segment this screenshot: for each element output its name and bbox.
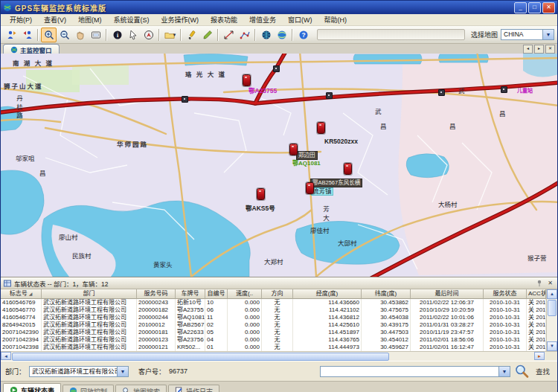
chevron-down-icon[interactable]: ▼	[542, 30, 554, 39]
table-row[interactable]: 8264942015武汉拓新道路环境工程有限公司20100012鄂AB25670…	[1, 321, 546, 329]
chevron-down-icon[interactable]: ▼	[498, 367, 510, 376]
pin-icon[interactable]	[535, 279, 543, 287]
bottom-tab-vehicle-status[interactable]: 车辆状态表	[3, 383, 61, 392]
maximize-button[interactable]: □	[528, 2, 541, 13]
overview-box-button[interactable]	[88, 28, 103, 42]
globe-dark-button[interactable]	[258, 28, 274, 42]
table-row[interactable]: 20071042390武汉拓新道路环境工程有限公司200000181鄂A2263…	[1, 329, 546, 336]
bottom-tab-op-log[interactable]: 操作日志	[168, 385, 219, 392]
table-cell: 2011/01/31 03:28:27	[411, 321, 484, 329]
table-cell: 20100012	[137, 321, 176, 329]
vehicle-status-icon	[10, 386, 18, 392]
column-header[interactable]: 服务号码	[137, 289, 176, 299]
column-header[interactable]: 最后时间	[411, 289, 484, 299]
table-cell: 2011/02/22 12:06:37	[411, 299, 484, 306]
menu-item[interactable]: 业务操作(W)	[155, 15, 205, 25]
table-row[interactable]: 4160546770武汉拓新道路环境工程有限公司200000182鄂A23755…	[1, 306, 546, 314]
column-header[interactable]: ACC状态	[527, 289, 546, 299]
table-cell: 11	[205, 314, 228, 321]
map-street-label: 民族村	[72, 253, 92, 260]
vehicle-marker-icon[interactable]	[257, 188, 265, 200]
fit-vehicle-button[interactable]	[4, 28, 19, 42]
vehicle-label: 郑边田	[296, 151, 318, 160]
find-button[interactable]: 查找	[536, 366, 550, 376]
globe-blue-button[interactable]	[274, 28, 289, 42]
hscroll-thumb[interactable]	[12, 353, 389, 361]
measure-button[interactable]	[221, 28, 237, 42]
map-canvas[interactable]: 南 湖 大 道狮子山大道丹桂路珞 光 大 道邬家咀昌华师园路武昌武昌昌儿童站流芳…	[1, 54, 557, 277]
search-combobox[interactable]: ▼	[320, 366, 510, 377]
scroll-down-icon[interactable]: ▼	[547, 341, 557, 351]
scroll-up-icon[interactable]: ▲	[547, 289, 557, 299]
horizontal-scrollbar[interactable]: ◄ ►	[1, 351, 557, 361]
table-cell: 2010-10-31	[484, 314, 527, 321]
search-icon[interactable]	[514, 364, 529, 379]
bottom-tab-playback[interactable]: 回放控制	[62, 385, 114, 392]
vscroll-thumb[interactable]	[548, 300, 557, 316]
layers-button[interactable]: ▾	[162, 28, 178, 42]
menu-item[interactable]: 系统设置(S)	[108, 15, 155, 25]
draw-brush-button[interactable]	[184, 28, 199, 42]
table-cell: 2011/02/01 16:12:47	[411, 344, 484, 351]
column-header[interactable]: 纬度(度)	[362, 289, 411, 299]
menu-item[interactable]: 窗口(W)	[282, 15, 318, 25]
scroll-left-icon[interactable]: ◄	[1, 352, 11, 360]
vehicle-marker-icon[interactable]	[243, 74, 251, 86]
panel-close-icon[interactable]: ✕	[546, 279, 554, 287]
help-button[interactable]: ?	[295, 28, 311, 42]
table-cell: 关 201	[527, 336, 546, 344]
map-street-label: 昌	[449, 123, 456, 130]
menu-item[interactable]: 查看(V)	[38, 15, 72, 25]
map-search-icon	[122, 387, 130, 392]
tab-scroll-left-icon[interactable]: ◂	[523, 45, 533, 54]
locate-vehicle-button[interactable]	[19, 28, 35, 42]
vehicle-marker-icon[interactable]	[306, 182, 314, 194]
column-header[interactable]: 自编号	[205, 289, 228, 299]
column-header[interactable]: 方向	[262, 289, 293, 299]
menubar: 开始(P)查看(V)地图(M)系统设置(S)业务操作(W)报表功能增值业务窗口(…	[1, 14, 557, 26]
zoom-out-button[interactable]	[57, 28, 72, 42]
column-header[interactable]: 车牌号	[176, 289, 205, 299]
zoom-in-button[interactable]	[41, 28, 57, 42]
column-header[interactable]: 经度(度)	[293, 289, 362, 299]
scroll-right-icon[interactable]: ►	[534, 352, 545, 360]
tab-main-monitor[interactable]: 主监控窗口	[3, 44, 60, 54]
menu-item[interactable]: 开始(P)	[4, 15, 38, 25]
bottom-tab-label: 地图搜索	[133, 387, 160, 392]
vehicle-marker-icon[interactable]	[344, 163, 352, 175]
distance-button[interactable]	[237, 28, 252, 42]
tab-close-icon[interactable]: ✕	[545, 45, 555, 54]
dept-combobox[interactable]: 武汉拓新道路环境工程有限公司 ▼	[29, 366, 129, 377]
column-header[interactable]: 服务状态	[484, 289, 527, 299]
table-row[interactable]: 4160546769武汉拓新道路环境工程有限公司200000243拓新10号10…	[1, 299, 546, 306]
chevron-down-icon[interactable]: ▾	[173, 32, 176, 38]
menu-item[interactable]: 地图(M)	[72, 15, 108, 25]
vehicle-marker-icon[interactable]	[289, 144, 298, 155]
vertical-scrollbar[interactable]: ▲ ▼	[546, 289, 557, 351]
menu-item[interactable]: 帮助(H)	[318, 15, 353, 25]
menu-item[interactable]: 增值业务	[243, 15, 282, 25]
column-header[interactable]: 部门	[42, 289, 137, 299]
pan-button[interactable]	[72, 28, 88, 42]
toolbar-separator	[37, 29, 39, 41]
menu-item[interactable]: 报表功能	[205, 15, 243, 25]
info-button[interactable]: i	[109, 28, 125, 42]
column-header[interactable]: 速度(..	[228, 289, 262, 299]
minimize-button[interactable]: _	[514, 2, 527, 13]
table-row[interactable]: 4160546774武汉拓新道路环境工程有限公司200000244鄂AQ1081…	[1, 314, 546, 321]
table-row[interactable]: 20071042394武汉拓新道路环境工程有限公司200000123鄂A2375…	[1, 336, 546, 344]
close-button[interactable]: ✕	[542, 2, 555, 13]
vehicle-marker-icon[interactable]	[317, 122, 325, 134]
tab-scroll-right-icon[interactable]: ▸	[534, 45, 544, 54]
table-cell: 关 201	[527, 329, 546, 336]
pointer-button[interactable]	[125, 28, 141, 42]
column-header[interactable]: 标志号◢	[1, 289, 42, 299]
draw-pen-button[interactable]	[199, 28, 215, 42]
dept-label: 部门：	[5, 367, 25, 376]
map-select-combobox[interactable]: CHINA ▼	[501, 29, 554, 40]
chevron-down-icon[interactable]: ▼	[117, 367, 128, 376]
bottom-tab-map-search[interactable]: 地图搜索	[115, 385, 167, 392]
vehicle-table[interactable]: 标志号◢部门服务号码车牌号自编号速度(..方向经度(度)纬度(度)最后时间服务状…	[1, 289, 557, 351]
table-row[interactable]: 20071042398武汉拓新道路环境工程有限公司200000121KR502.…	[1, 344, 546, 351]
compass-button[interactable]	[141, 28, 156, 42]
